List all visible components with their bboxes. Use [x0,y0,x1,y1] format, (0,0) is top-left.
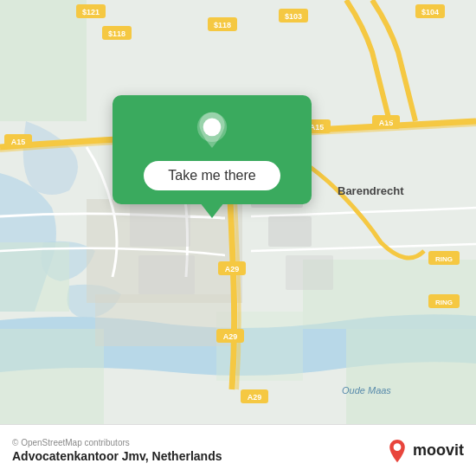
svg-text:A15: A15 [11,138,26,146]
svg-text:Oude Maas: Oude Maas [342,385,391,396]
copyright-text: © OpenStreetMap contributors [12,438,222,447]
svg-text:A29: A29 [248,393,262,402]
svg-text:$103: $103 [285,12,302,21]
svg-text:A29: A29 [225,265,240,273]
footer: © OpenStreetMap contributors Advocatenka… [0,424,476,476]
map-background: A15 A15 A15 A29 A29 A29 RING RING $121 $… [0,0,476,424]
svg-point-44 [206,121,218,133]
svg-rect-40 [130,203,190,247]
svg-text:$104: $104 [421,8,439,16]
svg-rect-39 [286,255,333,290]
svg-rect-38 [268,216,312,247]
location-title: Advocatenkantoor Jmv, Netherlands [12,449,222,463]
svg-rect-8 [95,294,234,346]
svg-point-45 [394,443,402,451]
popup-card: Take me there [113,95,312,204]
svg-rect-5 [0,329,104,424]
svg-text:Barendrecht: Barendrecht [338,184,404,197]
svg-text:A15: A15 [310,123,325,132]
svg-rect-1 [0,0,87,121]
svg-text:$118: $118 [108,29,125,38]
svg-text:RING: RING [435,255,453,263]
svg-text:A29: A29 [223,332,238,341]
svg-text:$118: $118 [214,21,231,29]
map-container: A15 A15 A15 A29 A29 A29 RING RING $121 $… [0,0,476,424]
location-pin-icon [191,111,233,152]
svg-rect-4 [346,329,476,424]
svg-text:$121: $121 [82,8,100,16]
moovit-logo: moovit [385,439,464,463]
svg-rect-41 [138,255,195,294]
svg-text:RING: RING [435,299,453,306]
footer-left: © OpenStreetMap contributors Advocatenka… [12,438,222,463]
moovit-pin-icon [385,439,409,463]
moovit-brand-text: moovit [413,441,464,460]
take-me-there-button[interactable]: Take me there [144,161,280,190]
svg-rect-2 [0,242,69,312]
